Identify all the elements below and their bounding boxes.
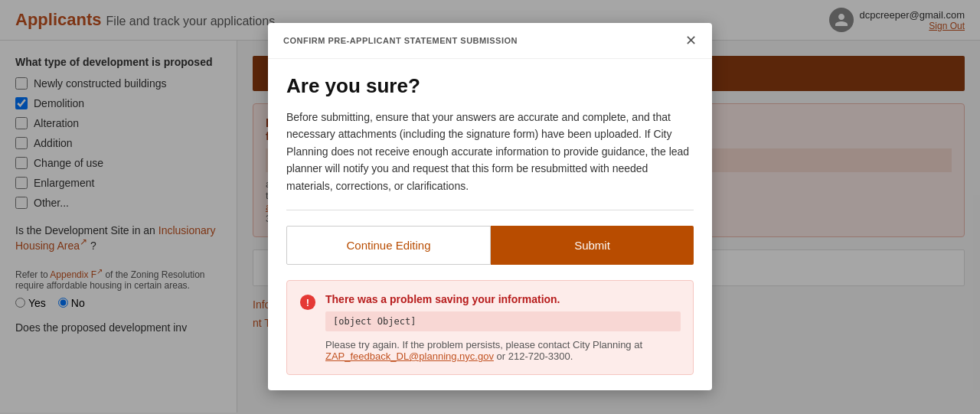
modal-title: Are you sure? xyxy=(286,74,694,98)
modal-error-code: [object Object] xyxy=(325,311,681,331)
modal-divider xyxy=(286,210,694,210)
modal-close-button[interactable]: ✕ xyxy=(685,34,697,47)
error-circle-icon: ! xyxy=(299,294,316,315)
modal-error-content: There was a problem saving your informat… xyxy=(325,293,681,362)
modal-error-alert: ! There was a problem saving your inform… xyxy=(286,280,694,375)
modal-error-or: or xyxy=(497,350,506,362)
modal-action-buttons: Continue Editing Submit xyxy=(286,226,694,265)
modal-error-message: Please try again. If the problem persist… xyxy=(325,339,681,362)
svg-text:!: ! xyxy=(306,297,309,308)
modal-header-title: CONFIRM PRE-APPLICANT STATEMENT SUBMISSI… xyxy=(283,36,518,45)
modal-dialog: CONFIRM PRE-APPLICANT STATEMENT SUBMISSI… xyxy=(268,23,712,390)
modal-error-phone: 212-720-3300. xyxy=(508,350,573,362)
modal-error-message-text: Please try again. If the problem persist… xyxy=(325,339,642,350)
modal-body-text: Before submitting, ensure that your answ… xyxy=(286,109,694,194)
modal-header: CONFIRM PRE-APPLICANT STATEMENT SUBMISSI… xyxy=(268,23,712,59)
modal-error-email[interactable]: ZAP_feedback_DL@planning.nyc.gov xyxy=(325,350,494,362)
modal-error-title: There was a problem saving your informat… xyxy=(325,293,681,305)
continue-editing-button[interactable]: Continue Editing xyxy=(286,226,491,265)
modal-body: Are you sure? Before submitting, ensure … xyxy=(268,59,712,390)
modal-overlay: CONFIRM PRE-APPLICANT STATEMENT SUBMISSI… xyxy=(0,0,980,414)
modal-submit-button[interactable]: Submit xyxy=(491,226,694,265)
